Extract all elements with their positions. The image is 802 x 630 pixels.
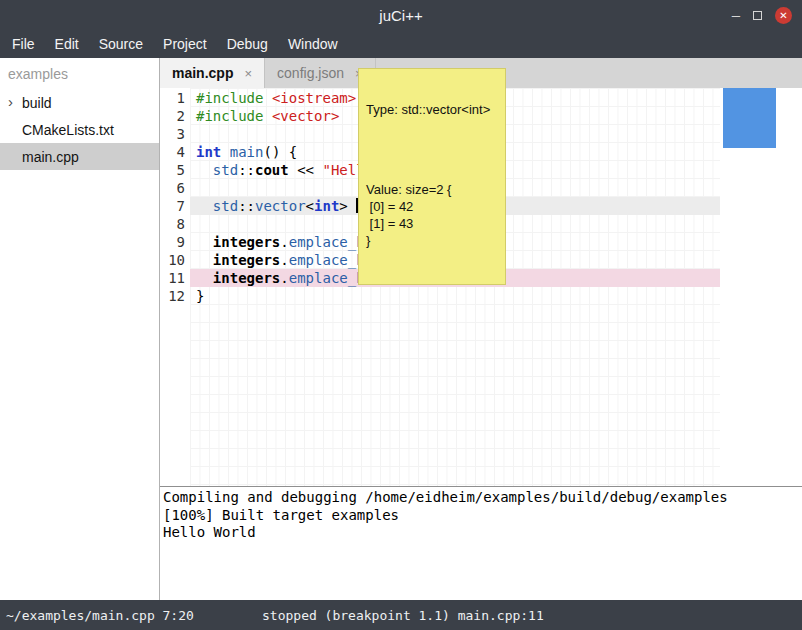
code-token: std — [213, 198, 238, 214]
line-number: 7 — [160, 197, 185, 215]
line-number: 2 — [160, 107, 185, 125]
code-token: << — [289, 162, 323, 178]
tooltip-value-line: Value: size=2 { — [366, 181, 498, 198]
terminal-line: Hello World — [163, 524, 802, 542]
tooltip-value-line: } — [366, 232, 498, 249]
source-map[interactable] — [720, 88, 802, 486]
debug-value-tooltip: Type: std::vector<int> Value: size=2 { [… — [358, 68, 506, 285]
menu-item-window[interactable]: Window — [278, 30, 348, 58]
status-file-position: ~/examples/main.cpp 7:20 — [0, 608, 262, 623]
tree-item-cmakelists-txt[interactable]: CMakeLists.txt — [0, 116, 159, 143]
line-number: 4 — [160, 143, 185, 161]
window-title: juCi++ — [379, 7, 422, 24]
code-token: integers — [213, 270, 280, 286]
code-token: integers — [213, 252, 280, 268]
status-debug-state: stopped (breakpoint 1.1) main.cpp:11 — [262, 608, 544, 623]
terminal-output[interactable]: Compiling and debugging /home/eidheim/ex… — [160, 486, 802, 600]
code-token — [196, 162, 213, 178]
tab-label: config.json — [277, 65, 344, 81]
code-token — [263, 90, 271, 106]
code-token: . — [280, 252, 288, 268]
close-icon: ✕ — [779, 10, 787, 21]
code-token — [348, 198, 356, 214]
code-token: cout — [255, 162, 289, 178]
code-token: > — [339, 198, 347, 214]
code-token — [263, 108, 271, 124]
tooltip-value-lines: Value: size=2 { [0] = 42 [1] = 43} — [366, 181, 498, 249]
menu-item-project[interactable]: Project — [153, 30, 217, 58]
line-number: 5 — [160, 161, 185, 179]
code-token: . — [280, 270, 288, 286]
code-token: () { — [263, 144, 297, 160]
code-token: . — [280, 234, 288, 250]
menu-bar: FileEditSourceProjectDebugWindow — [0, 30, 802, 58]
tree-item-label: CMakeLists.txt — [22, 122, 114, 138]
menu-item-source[interactable]: Source — [89, 30, 153, 58]
code-token: #include — [196, 108, 263, 124]
code-token: #include — [196, 90, 263, 106]
code-token: main — [230, 144, 264, 160]
line-number: 3 — [160, 125, 185, 143]
tab-close-icon[interactable]: × — [244, 66, 252, 81]
file-tree: ›buildCMakeLists.txtmain.cpp — [0, 89, 159, 170]
tooltip-value-line: [0] = 42 — [366, 198, 498, 215]
code-token — [196, 252, 213, 268]
line-number: 10 — [160, 251, 185, 269]
code-token — [196, 198, 213, 214]
restore-button[interactable] — [753, 11, 762, 20]
line-number-gutter: 123456789101112 — [160, 88, 190, 486]
line-number: 8 — [160, 215, 185, 233]
tooltip-type-line: Type: std::vector<int> — [366, 102, 498, 117]
code-token: < — [306, 198, 314, 214]
window-controls: – ✕ — [732, 0, 792, 30]
code-token: integers — [213, 234, 280, 250]
line-number: 11 — [160, 269, 185, 287]
terminal-line: Compiling and debugging /home/eidheim/ex… — [163, 489, 802, 507]
app-window: juCi++ – ✕ FileEditSourceProjectDebugWin… — [0, 0, 802, 630]
code-token: :: — [238, 198, 255, 214]
line-number: 12 — [160, 287, 185, 305]
minimize-button[interactable]: – — [732, 10, 740, 20]
line-number: 9 — [160, 233, 185, 251]
title-bar: juCi++ – ✕ — [0, 0, 802, 30]
project-name: examples — [0, 58, 159, 89]
status-bar: ~/examples/main.cpp 7:20 stopped (breakp… — [0, 600, 802, 630]
code-token: <vector> — [272, 108, 339, 124]
code-token: std — [213, 162, 238, 178]
code-token: int — [196, 144, 221, 160]
tab-main-cpp[interactable]: main.cpp× — [160, 58, 265, 88]
code-token — [221, 144, 229, 160]
code-token: } — [196, 288, 204, 304]
menu-item-edit[interactable]: Edit — [45, 30, 89, 58]
menu-item-file[interactable]: File — [2, 30, 45, 58]
code-token — [196, 234, 213, 250]
menu-item-debug[interactable]: Debug — [217, 30, 278, 58]
code-token: :: — [238, 162, 255, 178]
tree-item-label: main.cpp — [22, 149, 79, 165]
terminal-line: [100%] Built target examples — [163, 507, 802, 525]
tree-item-main-cpp[interactable]: main.cpp — [0, 143, 159, 170]
code-token: vector — [255, 198, 306, 214]
tooltip-value-line: [1] = 43 — [366, 215, 498, 232]
file-sidebar: examples ›buildCMakeLists.txtmain.cpp — [0, 58, 160, 600]
expander-icon[interactable]: › — [8, 93, 13, 110]
code-line[interactable]: } — [190, 287, 720, 305]
tree-item-label: build — [22, 95, 52, 111]
code-token: <iostream> — [272, 90, 356, 106]
code-token: int — [314, 198, 339, 214]
code-token — [196, 270, 213, 286]
source-map-slider[interactable] — [723, 88, 776, 148]
line-number: 1 — [160, 89, 185, 107]
line-number: 6 — [160, 179, 185, 197]
tree-item-build[interactable]: ›build — [0, 89, 159, 116]
close-button[interactable]: ✕ — [775, 7, 792, 24]
tab-label: main.cpp — [172, 65, 233, 81]
